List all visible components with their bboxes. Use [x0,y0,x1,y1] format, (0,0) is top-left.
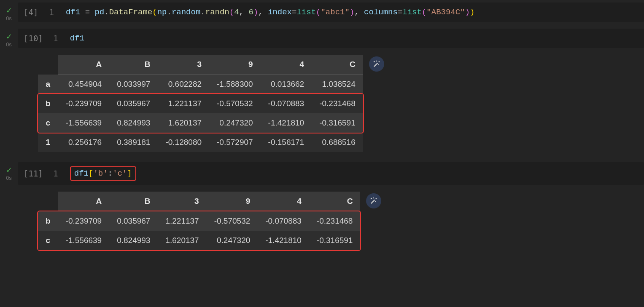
table-cell: -0.239709 [58,94,110,113]
table-cell: -0.572907 [209,133,261,152]
column-header [38,192,58,211]
line-number: 1 [48,8,54,17]
magic-wand-icon[interactable] [369,56,384,72]
exec-count: [10] [24,34,43,43]
notebook-cell: ✓0s[4]1df1 = pd.DataFrame(np.random.rand… [0,3,644,22]
line-number: 1 [52,169,58,178]
table-cell: 0.013662 [261,75,312,94]
cell-status: ✓0s [0,162,18,181]
table-cell: 1.620137 [158,231,206,250]
table-row: c-1.5566390.8249931.6201370.247320-1.421… [38,231,360,250]
table-cell: -0.316591 [309,231,361,250]
table-cell: -1.556639 [58,231,110,250]
table-cell: 1.038524 [312,75,363,94]
table-cell: -0.128080 [158,133,209,152]
exec-count: [11] [24,169,43,178]
table-row: b-0.2397090.0359671.221137-0.570532-0.07… [38,211,360,231]
column-header: 3 [158,55,209,75]
exec-timing: 0s [6,15,12,21]
table-cell: -1.588300 [209,75,261,94]
checkmark-icon: ✓ [6,7,12,14]
table-cell: 0.389181 [109,133,158,152]
table-cell: -1.421810 [261,113,312,133]
table-cell: -0.570532 [209,94,261,113]
table-cell: 1.221137 [158,211,206,231]
table-cell: 0.035967 [109,94,158,113]
row-index: 1 [38,133,58,152]
column-header: C [309,192,361,211]
cell-status: ✓0s [0,3,18,21]
checkmark-icon: ✓ [6,166,12,174]
table-cell: 0.454904 [58,75,110,94]
table-cell: 0.247320 [207,231,258,250]
column-header: 9 [209,55,261,75]
table-row: a0.4549040.0339970.602282-1.5883000.0136… [38,75,363,94]
cell-output: AB394Cb-0.2397090.0359671.221137-0.57053… [38,192,644,250]
table-row: b-0.2397090.0359671.221137-0.570532-0.07… [38,94,363,113]
exec-count: [4] [24,8,39,17]
table-row: 10.2561760.389181-0.128080-0.572907-0.15… [38,133,363,152]
table-cell: 0.688516 [312,133,363,152]
table-row: c-1.5566390.8249931.6201370.247320-1.421… [38,113,363,133]
column-header: A [58,55,110,75]
table-cell: -0.316591 [312,113,363,133]
table-cell: -0.231468 [309,211,361,231]
code-content[interactable]: df1['b':'c'] [74,169,132,178]
line-number: 1 [52,34,58,43]
column-header: 3 [158,192,206,211]
code-cell[interactable]: [4]1df1 = pd.DataFrame(np.random.randn(4… [18,3,644,22]
code-content[interactable]: df1 = pd.DataFrame(np.random.randn(4, 6)… [66,8,474,17]
column-header: B [109,192,158,211]
cell-output: AB394Ca0.4549040.0339970.602282-1.588300… [38,55,644,152]
row-index: c [38,231,58,250]
row-index: b [38,94,58,113]
code-content[interactable]: df1 [70,34,84,43]
row-index: b [38,211,58,231]
magic-wand-icon[interactable] [366,193,381,208]
table-cell: 0.256176 [58,133,110,152]
table-cell: 0.824993 [109,113,158,133]
code-cell[interactable]: [11]1df1['b':'c'] [18,162,644,185]
table-cell: 0.035967 [109,211,158,231]
table-cell: -0.070883 [261,94,312,113]
table-cell: 0.824993 [109,231,158,250]
table-cell: 1.221137 [158,94,209,113]
table-cell: -0.570532 [207,211,258,231]
column-header [38,55,58,75]
notebook-cell: ✓0s[11]1df1['b':'c'] [0,162,644,185]
table-cell: 0.247320 [209,113,261,133]
cell-status: ✓0s [0,29,18,48]
table-cell: -1.421810 [258,231,309,250]
table-cell: 0.602282 [158,75,209,94]
exec-timing: 0s [6,41,12,48]
notebook-cell: ✓0s[10]1df1 [0,29,644,48]
column-header: 4 [261,55,312,75]
dataframe-table: AB394Ca0.4549040.0339970.602282-1.588300… [38,55,363,152]
table-cell: -0.231468 [312,94,363,113]
column-header: 4 [258,192,309,211]
table-cell: 0.033997 [109,75,158,94]
table-cell: 1.620137 [158,113,209,133]
dataframe-table: AB394Cb-0.2397090.0359671.221137-0.57053… [38,192,360,250]
column-header: A [58,192,110,211]
column-header: 9 [207,192,258,211]
table-cell: -0.070883 [258,211,309,231]
table-cell: -0.239709 [58,211,110,231]
table-cell: -1.556639 [58,113,110,133]
annotation-highlight: df1['b':'c'] [70,166,136,181]
column-header: C [312,55,363,75]
row-index: c [38,113,58,133]
exec-timing: 0s [6,175,12,181]
row-index: a [38,75,58,94]
table-cell: -0.156171 [261,133,312,152]
column-header: B [109,55,158,75]
code-cell[interactable]: [10]1df1 [18,29,644,48]
checkmark-icon: ✓ [6,33,12,40]
